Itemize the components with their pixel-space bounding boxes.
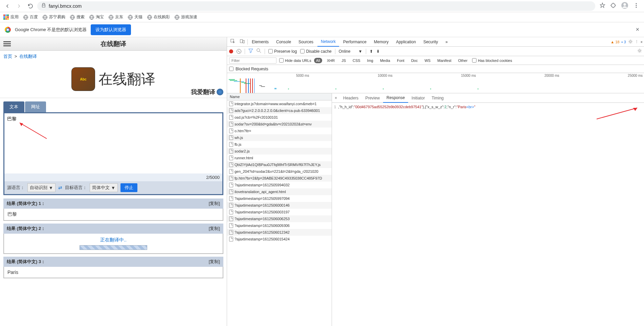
- breadcrumb-current[interactable]: 在线翻译: [19, 54, 37, 59]
- close-detail-button[interactable]: ×: [332, 96, 340, 100]
- has-blocked-checkbox[interactable]: Has blocked cookies: [472, 58, 512, 63]
- settings-icon[interactable]: [628, 39, 633, 45]
- star-icon[interactable]: [599, 2, 605, 9]
- devtools-tab-elements[interactable]: Elements: [248, 38, 272, 46]
- detail-tab-headers[interactable]: Headers: [340, 94, 362, 102]
- request-row[interactable]: integrator.js?domain=www.woaifanyi.com&m…: [227, 100, 332, 107]
- filter-type-xhr[interactable]: XHR: [325, 58, 337, 63]
- request-row[interactable]: gen_204?id=sodar2&v=221&t=2&li=gda_r2021…: [227, 168, 332, 175]
- banner-close-button[interactable]: ×: [636, 26, 639, 33]
- request-row[interactable]: ?ajaxtimestamp=1612506006253: [227, 215, 332, 222]
- info-badge[interactable]: ▪ 3: [621, 40, 626, 44]
- bookmark-suning[interactable]: 苏宁易购: [43, 14, 65, 20]
- request-row[interactable]: fp.htm?br=2&fp=28ABE3249C49335038CC485F9…: [227, 175, 332, 182]
- detail-tab-preview[interactable]: Preview: [362, 94, 383, 102]
- online-select[interactable]: Online ▼: [339, 49, 362, 54]
- address-bar[interactable]: fanyi.bmcx.com: [37, 1, 595, 11]
- devtools-tab-performance[interactable]: Performance: [340, 38, 370, 46]
- bookmark-search[interactable]: 搜索: [70, 14, 85, 20]
- filter-type-img[interactable]: Img: [365, 58, 375, 63]
- filter-type-other[interactable]: Other: [456, 58, 470, 63]
- request-row[interactable]: ilovetranslation_api_agent.html: [227, 188, 332, 195]
- set-default-button[interactable]: 设为默认浏览器: [91, 24, 131, 35]
- bookmark-jd[interactable]: 京东: [109, 14, 123, 20]
- request-row[interactable]: QblZIYjtAd1QIBPau0JTfq98hfTrSRMiVf6I7f7h…: [227, 161, 332, 168]
- reload-button[interactable]: [26, 1, 35, 11]
- extensions-icon[interactable]: [610, 2, 616, 9]
- detail-tab-timing[interactable]: Timing: [428, 94, 447, 102]
- response-content[interactable]: 1,"h_h_id":"00d467975ad55252b9b0932cdeb9…: [332, 103, 644, 326]
- request-row[interactable]: fb.js: [227, 141, 332, 148]
- bookmark-apps[interactable]: 应用: [3, 14, 19, 20]
- bookmark-game[interactable]: 游戏加速: [175, 14, 197, 20]
- device-icon[interactable]: [238, 38, 247, 46]
- preserve-log-checkbox[interactable]: Preserve log: [268, 49, 297, 54]
- request-row[interactable]: ?ajaxtimestamp=1612506003197: [227, 209, 332, 215]
- devtools-tab-console[interactable]: Console: [273, 38, 294, 46]
- hamburger-menu[interactable]: [3, 40, 11, 47]
- filter-type-font[interactable]: Font: [395, 58, 406, 63]
- record-button[interactable]: [229, 49, 233, 53]
- request-row[interactable]: sodar2.js: [227, 148, 332, 155]
- forward-button[interactable]: [14, 1, 24, 11]
- request-row[interactable]: ?ajaxtimestamp=1612506009306: [227, 222, 332, 229]
- detail-tab-initiator[interactable]: Initiator: [408, 94, 428, 102]
- bookmark-baidu[interactable]: 百度: [23, 14, 38, 20]
- filter-type-all[interactable]: All: [314, 58, 322, 63]
- profile-icon[interactable]: [621, 2, 628, 10]
- request-row[interactable]: ?ajaxtimestamp=1612506012342: [227, 229, 332, 236]
- filter-type-ws[interactable]: WS: [422, 58, 432, 63]
- devtools-close-icon[interactable]: ×: [641, 40, 643, 44]
- swap-icon[interactable]: ⇄: [58, 185, 62, 190]
- download-icon[interactable]: ⬇: [376, 49, 380, 54]
- devtools-tab-security[interactable]: Security: [420, 38, 441, 46]
- network-timeline[interactable]: 5000 ms 10000 ms 15000 ms 20000 ms 25000…: [227, 73, 644, 93]
- devtools-tab-sources[interactable]: Sources: [295, 38, 317, 46]
- request-row[interactable]: ?ajaxtimestamp=1612506000146: [227, 202, 332, 209]
- request-row[interactable]: sodar?sv=200&tid=gda&tv=r20210202&st=env: [227, 121, 332, 127]
- copy-button[interactable]: [复制]: [209, 226, 220, 232]
- request-row[interactable]: wh.js: [227, 134, 332, 141]
- filter-type-js[interactable]: JS: [339, 58, 348, 63]
- clear-button[interactable]: [237, 49, 241, 54]
- tab-url[interactable]: 网址: [25, 101, 46, 112]
- filter-toggle-icon[interactable]: [248, 48, 253, 54]
- request-row[interactable]: ?ajaxtimestamp=1612505994032: [227, 182, 332, 188]
- upload-icon[interactable]: ⬆: [370, 49, 373, 54]
- bookmark-lottery[interactable]: 在线购彩: [147, 14, 170, 20]
- menu-icon[interactable]: [633, 2, 639, 9]
- request-row[interactable]: ?ajaxtimestamp=1612505997094: [227, 195, 332, 202]
- request-row[interactable]: o.htm?ltr=: [227, 127, 332, 134]
- network-settings-icon[interactable]: [637, 48, 642, 54]
- request-row[interactable]: osd.js?cb=%2Fr20100101: [227, 114, 332, 121]
- tab-text[interactable]: 文本: [3, 101, 24, 112]
- hide-data-urls-checkbox[interactable]: Hide data URLs: [279, 58, 311, 63]
- back-button[interactable]: [3, 1, 12, 11]
- devtools-tab-more[interactable]: »: [442, 38, 451, 46]
- disable-cache-checkbox[interactable]: Disable cache: [300, 49, 331, 54]
- filter-input[interactable]: [229, 57, 276, 64]
- stop-button[interactable]: 停止: [120, 183, 137, 192]
- devtools-tab-application[interactable]: Application: [393, 38, 419, 46]
- bookmark-taobao[interactable]: 淘宝: [89, 14, 104, 20]
- inspect-icon[interactable]: [228, 38, 237, 46]
- request-row[interactable]: runner.html: [227, 155, 332, 161]
- filter-type-css[interactable]: CSS: [351, 58, 362, 63]
- filter-type-media[interactable]: Media: [378, 58, 392, 63]
- source-lang-select[interactable]: 自动识别 ▼: [27, 183, 55, 192]
- warnings-badge[interactable]: ▲ 18: [610, 40, 619, 44]
- request-row[interactable]: ads?guci=2.2.0.0.2.2.0.0&client=ca-pub-6…: [227, 107, 332, 114]
- devtools-tab-network[interactable]: Network: [317, 37, 339, 47]
- detail-tab-response[interactable]: Response: [383, 93, 408, 103]
- filter-type-manifest[interactable]: Manifest: [435, 58, 453, 63]
- filter-type-doc[interactable]: Doc: [409, 58, 420, 63]
- request-row[interactable]: ?ajaxtimestamp=1612506015424: [227, 236, 332, 242]
- breadcrumb-home[interactable]: 首页: [3, 54, 12, 59]
- devtools-tab-memory[interactable]: Memory: [371, 38, 392, 46]
- copy-button[interactable]: [复制]: [209, 201, 220, 207]
- copy-button[interactable]: [复制]: [209, 259, 220, 265]
- devtools-menu-icon[interactable]: ⋮: [635, 40, 639, 44]
- search-icon[interactable]: [257, 48, 261, 54]
- target-lang-select[interactable]: 简体中文 ▼: [90, 183, 118, 192]
- bookmark-tmall[interactable]: 天猫: [128, 14, 142, 20]
